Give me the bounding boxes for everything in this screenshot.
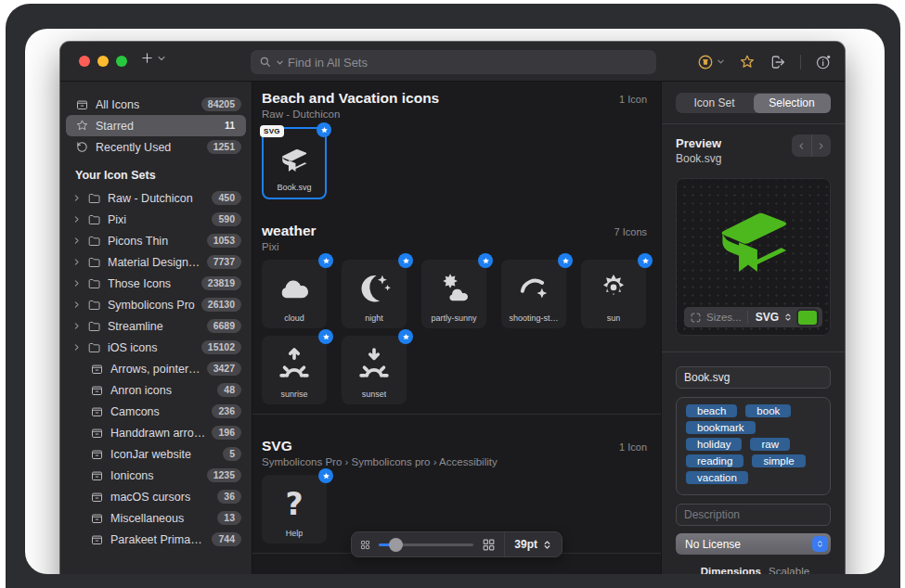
sidebar-set-ionicons[interactable]: Ionicons1235 (66, 465, 246, 486)
sizes-corners-icon (690, 312, 702, 324)
sidebar-set-miscellaneous[interactable]: Miscellaneous13 (66, 507, 246, 529)
sidebar-set-material-design-ic-[interactable]: Material Design Ic…7737 (66, 251, 246, 273)
sidebar-set-parakeet-primaries[interactable]: Parakeet Primaries744 (66, 529, 246, 550)
sidebar-item-label: Recently Used (96, 141, 200, 154)
info-button[interactable] (815, 54, 832, 70)
section-icon-count: 1 Icon (619, 90, 647, 105)
slider-thumb[interactable] (389, 538, 403, 552)
sidebar-set-streamline[interactable]: Streamline6689 (66, 315, 246, 337)
star-badge[interactable] (318, 329, 333, 344)
tag-vacation[interactable]: vacation (686, 471, 748, 484)
new-set-button[interactable] (140, 51, 166, 65)
icon-cell-help[interactable]: ?Help (262, 475, 327, 543)
tag-holiday[interactable]: holiday (686, 438, 742, 451)
set-count-badge: 36 (217, 490, 241, 504)
sidebar-set-arrows-pointers-[interactable]: Arrows, pointers…3427 (66, 358, 246, 379)
section-breadcrumb: Raw - Dutchicon (262, 107, 439, 121)
previous-icon-button[interactable] (792, 134, 811, 157)
tag-raw[interactable]: raw (750, 438, 790, 451)
sidebar-set-picons-thin[interactable]: Picons Thin1053 (66, 230, 246, 251)
tag-bookmark[interactable]: bookmark (686, 421, 756, 434)
sidebar-set-iconjar-website[interactable]: IconJar website5 (66, 443, 246, 465)
set-count-badge: 26130 (201, 298, 241, 312)
star-filter-button[interactable] (739, 54, 756, 70)
star-badge[interactable] (398, 253, 413, 268)
book-icon (277, 144, 312, 179)
section-header: Beach and Vacation iconsRaw - Dutchicon1… (262, 90, 647, 121)
preview-nav (792, 134, 831, 157)
icon-cell-night[interactable]: night (342, 260, 407, 328)
close-button[interactable] (79, 56, 90, 67)
sidebar-set-macos-cursors[interactable]: macOS cursors36 (66, 486, 246, 507)
tag-simple[interactable]: simple (752, 454, 805, 467)
star-badge[interactable] (638, 253, 653, 268)
backdrop-frame: All Icons84205Starred11Recently Used1251… (6, 4, 900, 588)
section-breadcrumb: Symbolicons Pro › Symbolicons pro › Acce… (262, 454, 498, 469)
titlebar-actions (697, 42, 832, 82)
zoom-button[interactable] (116, 56, 127, 67)
icon-cell-partly-sunny[interactable]: partly-sunny (421, 260, 486, 328)
sidebar-item-recently-used[interactable]: Recently Used1251 (66, 136, 246, 158)
set-count-badge: 15102 (201, 340, 241, 354)
sizes-dropdown[interactable]: Sizes... (706, 312, 747, 323)
sidebar-set-pixi[interactable]: Pixi590 (66, 209, 246, 230)
preview-canvas: Sizes... SVG (676, 178, 831, 336)
icon-cell-cloud[interactable]: cloud (262, 260, 327, 328)
icon-cell-shooting-star[interactable]: shooting-st… (501, 260, 566, 328)
color-swatch[interactable] (798, 311, 817, 325)
tag-reading[interactable]: reading (686, 454, 743, 467)
icon-cell-label: partly-sunny (431, 313, 476, 323)
sidebar-set-raw-dutchicon[interactable]: Raw - Dutchicon450 (66, 187, 246, 209)
icon-size-slider[interactable] (379, 543, 473, 546)
tag-row: bookmark (682, 421, 824, 434)
icon-cell-sun[interactable]: sun (581, 260, 646, 328)
sidebar-set-ios-icons[interactable]: iOS icons15102 (66, 337, 246, 358)
jar-menu-button[interactable] (697, 54, 725, 70)
star-badge[interactable] (318, 253, 333, 268)
sidebar-set-label: Raw - Dutchicon (108, 192, 205, 205)
sidebar-set-those-icons[interactable]: Those Icons23819 (66, 273, 246, 294)
icon-cell-sunrise[interactable]: sunrise (262, 336, 327, 404)
folder-icon (87, 319, 101, 333)
section-icon-count: 7 Icons (614, 223, 647, 237)
license-dropdown[interactable]: No License (676, 533, 831, 555)
chevron-left-icon (797, 142, 806, 150)
sidebar-set-symbolicons-pro[interactable]: Symbolicons Pro26130 (66, 294, 246, 315)
minimize-button[interactable] (97, 56, 109, 67)
tab-icon-set[interactable]: Icon Set (676, 93, 753, 113)
search-field[interactable] (251, 50, 656, 74)
format-stepper[interactable] (783, 313, 793, 322)
sidebar-set-label: Pixi (108, 213, 205, 226)
tag-beach[interactable]: beach (686, 404, 737, 417)
sidebar-set-anron-icons[interactable]: Anron icons48 (66, 379, 246, 401)
star-badge[interactable] (478, 253, 493, 268)
next-icon-button[interactable] (811, 134, 832, 157)
icon-size-stepper[interactable]: 39pt (512, 538, 554, 551)
search-input[interactable] (288, 56, 648, 70)
export-button[interactable] (769, 54, 786, 70)
page-sheet: All Icons84205Starred11Recently Used1251… (25, 29, 885, 574)
titlebar-separator (800, 55, 801, 70)
star-badge[interactable] (558, 253, 573, 268)
star-badge[interactable] (398, 329, 413, 344)
description-field[interactable] (676, 504, 831, 526)
sidebar-set-handdrawn-arrows[interactable]: Handdrawn arrows196 (66, 422, 246, 443)
tag-book[interactable]: book (745, 404, 791, 417)
grid-small-icon[interactable] (359, 539, 371, 551)
section-title: SVG (262, 438, 498, 454)
sidebar-item-all-icons[interactable]: All Icons84205 (66, 94, 246, 115)
sidebar-set-camcons[interactable]: Camcons236 (66, 401, 246, 422)
grid-large-icon[interactable] (481, 537, 497, 553)
tags-box[interactable]: beachbookbookmarkholidayrawreadingsimple… (676, 397, 831, 495)
icon-cell-sunset[interactable]: sunset (342, 336, 407, 404)
icon-section: SVGSymbolicons Pro › Symbolicons pro › A… (262, 438, 647, 543)
star-badge[interactable] (318, 468, 333, 483)
chevron-down-icon (157, 54, 166, 63)
icon-name-field[interactable] (676, 366, 831, 389)
star-badge[interactable] (317, 122, 331, 137)
folder-icon (87, 191, 101, 205)
disclosure-chevron-icon (72, 300, 81, 309)
sidebar-item-starred[interactable]: Starred11 (66, 115, 246, 136)
icon-cell-book[interactable]: SVGBook.svg (262, 127, 327, 199)
tab-selection[interactable]: Selection (754, 94, 831, 113)
